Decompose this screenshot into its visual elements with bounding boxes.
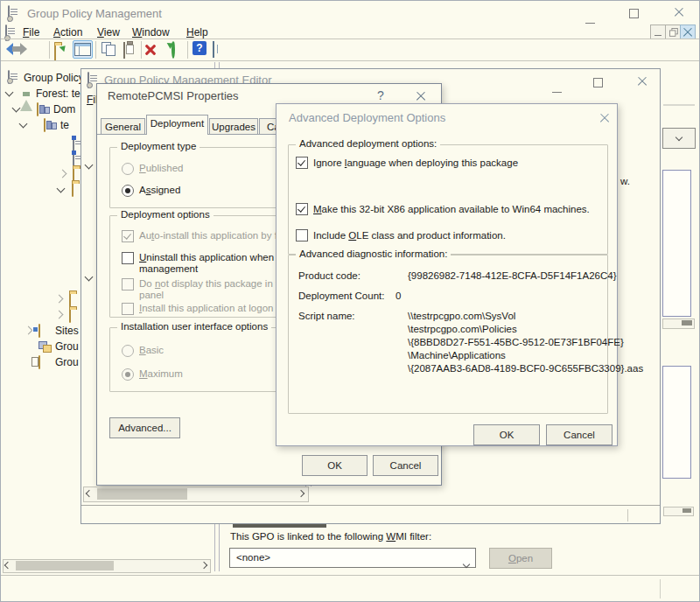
group-legend: Installation user interface options bbox=[117, 321, 271, 332]
mdi-minimize-icon[interactable] bbox=[650, 24, 666, 39]
scrollbar-thumb[interactable] bbox=[16, 561, 114, 570]
editor-close-icon[interactable] bbox=[636, 75, 648, 88]
dialog-help-icon[interactable]: ? bbox=[377, 88, 384, 102]
main-toolbar: ? bbox=[1, 39, 699, 60]
editor-icon bbox=[88, 72, 89, 88]
gpo-icon bbox=[73, 151, 74, 165]
group-legend: Deployment options bbox=[117, 209, 214, 220]
install-logon-label: Install this application at logon bbox=[139, 303, 273, 313]
collapsed-chevron-icon[interactable] bbox=[59, 170, 67, 178]
mdi-restore-icon[interactable] bbox=[665, 24, 681, 39]
editor-horizontal-scrollbar[interactable] bbox=[83, 486, 309, 502]
location-dropdown-fragment[interactable] bbox=[662, 128, 696, 149]
toolbar-divider bbox=[1, 60, 699, 61]
scrollbar-thumb[interactable] bbox=[97, 488, 187, 500]
advanced-cancel-button[interactable]: Cancel bbox=[546, 424, 612, 445]
tree-item-label: te bbox=[60, 119, 69, 131]
scroll-left-icon[interactable] bbox=[5, 563, 10, 568]
install-logon-checkbox[interactable] bbox=[122, 303, 134, 315]
properties-ok-button[interactable]: OK bbox=[302, 455, 368, 476]
tab-upgrades[interactable]: Upgrades bbox=[209, 118, 258, 135]
deployment-count-label: Deployment Count: bbox=[298, 290, 384, 301]
collapsed-chevron-icon[interactable] bbox=[55, 311, 64, 319]
tree-item-label: Forest: te bbox=[36, 88, 80, 100]
group-legend: Deployment type bbox=[117, 141, 200, 151]
toolbar-separator bbox=[49, 41, 50, 59]
make-32bit-checkbox[interactable] bbox=[296, 203, 308, 215]
chevron-down-icon bbox=[676, 134, 682, 141]
refresh-icon[interactable] bbox=[172, 40, 175, 59]
new-window-icon[interactable] bbox=[213, 42, 214, 58]
deployment-count-value: 0 bbox=[396, 290, 401, 301]
tree-item-label: Grou bbox=[55, 340, 79, 353]
tab-deployment[interactable]: Deployment bbox=[146, 115, 208, 135]
advanced-close-icon[interactable] bbox=[598, 112, 611, 124]
folder-icon bbox=[72, 183, 74, 197]
include-ole-label: Include OLE class and product informatio… bbox=[313, 230, 506, 241]
do-not-display-label-line2: panel bbox=[139, 290, 164, 300]
ignore-language-checkbox[interactable] bbox=[296, 157, 308, 169]
wmi-heading-fragment bbox=[233, 524, 326, 528]
group-legend: Advanced diagnostic information: bbox=[296, 248, 451, 259]
do-not-display-checkbox[interactable] bbox=[122, 278, 134, 290]
maximum-radio[interactable] bbox=[122, 368, 134, 381]
collapsed-chevron-icon[interactable] bbox=[24, 326, 33, 335]
listbox-scrollbar-fragment[interactable] bbox=[662, 318, 695, 329]
export-list-icon[interactable] bbox=[54, 45, 56, 61]
tree-item-label: Sites bbox=[55, 325, 79, 337]
menu-window[interactable]: Window bbox=[132, 26, 170, 38]
include-ole-checkbox[interactable] bbox=[296, 229, 308, 242]
expanded-chevron-icon[interactable] bbox=[12, 104, 21, 113]
auto-install-label: Auto-install this application by file e bbox=[139, 230, 296, 241]
advanced-ok-button[interactable]: OK bbox=[473, 424, 540, 445]
expanded-chevron-icon[interactable] bbox=[19, 120, 28, 129]
wmi-filter-dropdown[interactable]: <none> bbox=[229, 548, 476, 568]
expanded-chevron-icon[interactable] bbox=[57, 185, 66, 193]
script-name-line: \\testrpcgpo.com\SysVol bbox=[408, 311, 515, 321]
menu-view[interactable]: View bbox=[97, 26, 120, 38]
scroll-right-icon[interactable] bbox=[298, 491, 304, 496]
editor-minimize-icon[interactable] bbox=[552, 80, 562, 96]
scroll-right-icon[interactable] bbox=[201, 563, 206, 568]
expanded-chevron-icon[interactable] bbox=[85, 161, 94, 170]
expanded-chevron-icon[interactable] bbox=[5, 88, 14, 97]
expanded-chevron-icon[interactable] bbox=[85, 273, 94, 282]
domains-icon bbox=[37, 102, 38, 116]
group-legend: Advanced deployment options: bbox=[296, 138, 440, 149]
chevron-down-icon[interactable] bbox=[464, 555, 469, 570]
uninstall-checkbox[interactable] bbox=[122, 252, 134, 264]
editor-content-fragment: w. bbox=[620, 176, 630, 186]
listbox-scrollbar-fragment[interactable] bbox=[663, 507, 694, 516]
maximize-icon[interactable] bbox=[629, 6, 639, 22]
menu-action[interactable]: Action bbox=[53, 26, 82, 38]
assigned-radio[interactable] bbox=[122, 185, 134, 197]
scroll-left-icon[interactable] bbox=[87, 491, 92, 496]
close-icon[interactable] bbox=[673, 6, 685, 18]
ignore-language-label: Ignore language when deploying this pack… bbox=[313, 158, 518, 168]
gp-results-icon bbox=[38, 355, 40, 369]
editor-maximize-icon[interactable] bbox=[593, 75, 603, 91]
tree-horizontal-scrollbar[interactable] bbox=[3, 559, 211, 573]
collapsed-chevron-icon[interactable] bbox=[55, 295, 64, 304]
advanced-button[interactable]: Advanced... bbox=[109, 417, 180, 438]
help-icon[interactable]: ? bbox=[192, 41, 206, 55]
basic-radio[interactable] bbox=[122, 345, 134, 357]
mdi-close-icon[interactable] bbox=[680, 24, 696, 39]
security-listbox-fragment bbox=[662, 366, 691, 479]
paste-icon[interactable] bbox=[123, 42, 125, 59]
show-console-tree-icon[interactable] bbox=[73, 40, 93, 59]
menu-file[interactable]: File bbox=[23, 26, 39, 38]
published-radio[interactable] bbox=[122, 163, 134, 175]
console-root-icon bbox=[8, 70, 10, 84]
properties-dialog-title: RemotePCMSI Properties bbox=[108, 89, 239, 102]
script-name-line: \{2087AAB3-6AD8-4189-BCF0-9C655FBC3309}.… bbox=[408, 363, 643, 374]
maximum-label: Maximum bbox=[139, 368, 183, 379]
uninstall-label: Uninstall this application when it fa bbox=[139, 252, 293, 262]
tab-general[interactable]: General bbox=[101, 118, 145, 135]
open-button[interactable]: Open bbox=[489, 548, 552, 569]
auto-install-checkbox[interactable] bbox=[122, 230, 134, 242]
properties-close-icon[interactable] bbox=[415, 90, 427, 102]
properties-cancel-button[interactable]: Cancel bbox=[373, 455, 438, 476]
do-not-display-label: Do not display this package in the bbox=[139, 278, 290, 289]
menu-help[interactable]: Help bbox=[186, 26, 208, 38]
